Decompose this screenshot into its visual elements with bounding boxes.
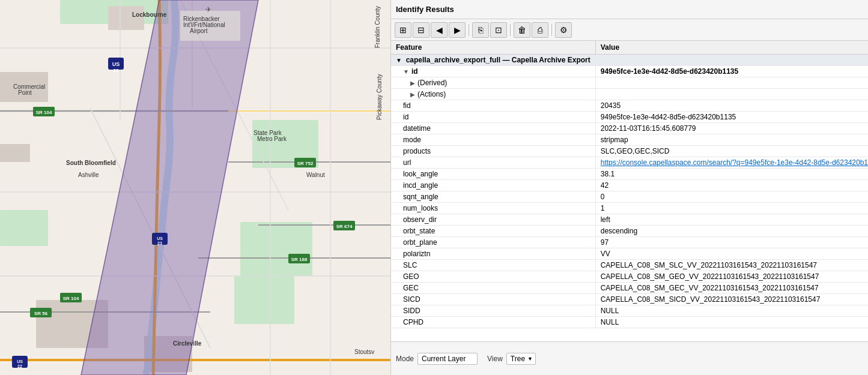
value-cell: CAPELLA_C08_SM_GEC_VV_20221103161543_202…: [595, 283, 868, 294]
expand-tree-button[interactable]: ⊞: [395, 22, 411, 38]
svg-rect-8: [0, 144, 30, 162]
clear-icon: 🗑: [518, 25, 526, 35]
toolbar-sep-2: [510, 24, 511, 36]
svg-text:US: US: [157, 236, 163, 241]
toolbar: ⊞ ⊟ ◀ ▶ ⎘ ⊡ 🗑 ⎙: [391, 19, 868, 41]
right-panel: Identify Results ⊞ ⊟ ◀ ▶ ⎘ ⊡: [390, 0, 868, 375]
feature-label: orbt_plane: [391, 237, 595, 248]
value-cell: https://console.capellaspace.com/search/…: [595, 157, 868, 169]
feature-label: incd_angle: [391, 180, 595, 191]
feature-label: datetime: [391, 123, 595, 134]
view-dropdown-value: Tree: [511, 355, 525, 363]
nav-next-button[interactable]: ▶: [449, 22, 466, 38]
value-col-header: Value: [595, 41, 868, 55]
toolbar-sep-1: [469, 24, 469, 36]
expand-icon[interactable]: ▼: [403, 68, 409, 75]
feature-col-header: Feature: [391, 41, 595, 55]
table-row: observ_dirleft: [391, 214, 868, 226]
svg-text:Walnut: Walnut: [306, 172, 325, 178]
table-row: look_angle38.1: [391, 169, 868, 180]
table-row: sqnt_angle0: [391, 191, 868, 203]
value-cell: 0: [595, 191, 868, 203]
svg-text:Stoutsv: Stoutsv: [354, 349, 374, 355]
expand-icon[interactable]: ▶: [410, 91, 415, 98]
value-cell: [595, 89, 868, 100]
feature-label: mode: [391, 134, 595, 146]
value-cell: [595, 55, 868, 66]
value-cell: NULL: [595, 317, 868, 328]
table-row: orbt_statedescending: [391, 226, 868, 237]
svg-text:Pickaway County: Pickaway County: [376, 74, 383, 120]
feature-label: (Derived): [417, 79, 447, 87]
svg-text:South Bloomfield: South Bloomfield: [66, 160, 116, 166]
view-dropdown-arrow: ▼: [527, 356, 533, 362]
results-table[interactable]: Feature Value ▼ capella_archive_export_f…: [391, 41, 868, 341]
svg-text:✈: ✈: [205, 5, 211, 14]
paste-icon: ⊡: [495, 25, 502, 35]
identify-table: Feature Value ▼ capella_archive_export_f…: [391, 41, 868, 328]
nav-prev-button[interactable]: ◀: [431, 22, 448, 38]
svg-rect-2: [0, 210, 48, 246]
url-link[interactable]: https://console.capellaspace.com/search/…: [601, 158, 868, 167]
table-row: SIDDNULL: [391, 305, 868, 317]
table-row: incd_angle42: [391, 180, 868, 191]
table-row: SICDCAPELLA_C08_SM_SICD_VV_2022110316154…: [391, 294, 868, 305]
svg-text:22: 22: [17, 364, 22, 368]
paste-button[interactable]: ⊡: [490, 22, 507, 38]
table-row: orbt_plane97: [391, 237, 868, 248]
svg-text:SR 104: SR 104: [63, 296, 79, 301]
value-cell: 2022-11-03T16:15:45.608779: [595, 123, 868, 134]
svg-text:SR 104: SR 104: [36, 110, 52, 115]
value-cell: SLC,GEO,GEC,SICD: [595, 146, 868, 157]
mode-value: Current Layer: [417, 353, 478, 365]
print-icon: ⎙: [538, 25, 542, 35]
bottom-bar: Mode Current Layer View Tree ▼: [391, 341, 868, 375]
copy-button[interactable]: ⎘: [472, 22, 489, 38]
feature-label: SICD: [391, 294, 595, 305]
value-cell: descending: [595, 226, 868, 237]
svg-text:Lockbourne: Lockbourne: [132, 11, 167, 18]
settings-button[interactable]: ⚙: [555, 22, 572, 38]
table-row: fid20435: [391, 100, 868, 112]
value-cell: 38.1: [595, 169, 868, 180]
svg-text:Point: Point: [18, 89, 32, 96]
svg-text:SR 188: SR 188: [291, 257, 308, 262]
table-row: ▶(Actions): [391, 89, 868, 100]
nav-prev-icon: ◀: [436, 25, 443, 35]
feature-label: products: [391, 146, 595, 157]
value-cell: stripmap: [595, 134, 868, 146]
collapse-tree-button[interactable]: ⊟: [413, 22, 429, 38]
expand-icon[interactable]: ▶: [410, 80, 415, 86]
mode-field: Mode Current Layer: [396, 353, 478, 365]
table-row: urlhttps://console.capellaspace.com/sear…: [391, 157, 868, 169]
table-row: modestripmap: [391, 134, 868, 146]
svg-text:23: 23: [114, 68, 119, 73]
feature-label: id: [411, 67, 418, 76]
value-cell: CAPELLA_C08_SM_GEO_VV_20221103161543_202…: [595, 271, 868, 283]
svg-text:Circleville: Circleville: [173, 340, 202, 347]
print-button[interactable]: ⎙: [532, 22, 548, 38]
view-dropdown[interactable]: Tree ▼: [506, 353, 536, 365]
value-cell: CAPELLA_C08_SM_SLC_VV_20221103161543_202…: [595, 260, 868, 271]
value-cell: VV: [595, 248, 868, 260]
table-row: ▶(Derived): [391, 77, 868, 89]
nav-next-icon: ▶: [454, 25, 461, 35]
panel-header: Identify Results: [391, 0, 868, 19]
svg-text:23: 23: [157, 241, 162, 245]
svg-text:SR 752: SR 752: [297, 161, 314, 166]
expand-icon[interactable]: ▼: [396, 57, 404, 64]
view-dropdown-container: Tree ▼: [506, 353, 536, 365]
feature-label: url: [391, 157, 595, 169]
table-row: ▼ capella_archive_export_full — Capella …: [391, 55, 868, 66]
svg-text:Metro Park: Metro Park: [257, 136, 287, 142]
table-row: polariztnVV: [391, 248, 868, 260]
map-area: US 23 SR 104 SR 752 SR 674 SR 188 SR 56 …: [0, 0, 390, 375]
clear-button[interactable]: 🗑: [514, 22, 530, 38]
table-row: id949e5fce-1e3e-4d42-8d5e-d623420b1135: [391, 112, 868, 123]
table-row: CPHDNULL: [391, 317, 868, 328]
value-cell: left: [595, 214, 868, 226]
panel-title: Identify Results: [396, 5, 454, 14]
toolbar-sep-3: [551, 24, 552, 36]
feature-label: observ_dir: [391, 214, 595, 226]
value-cell: 42: [595, 180, 868, 191]
